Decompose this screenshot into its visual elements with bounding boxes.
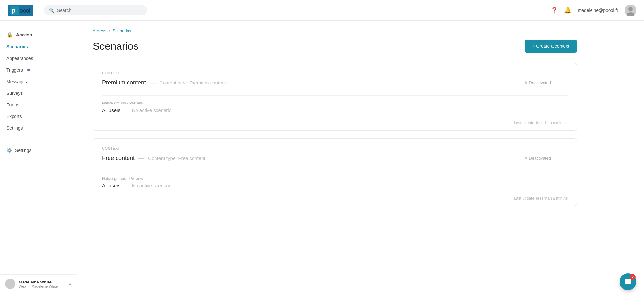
sidebar-settings-sub-label: Settings <box>6 125 23 131</box>
card-free-footer: Last update: less than a minute <box>93 194 577 206</box>
card-premium-context-label: Context <box>102 71 568 75</box>
card-free-last-update: Last update: less than a minute <box>514 196 568 201</box>
card-premium-name: Premium content <box>102 79 146 86</box>
card-premium-status-label: Deactivated <box>529 80 551 85</box>
triggers-dot <box>27 69 30 71</box>
main-content: Access > Scenarios Scenarios + Create a … <box>77 21 644 298</box>
card-premium-status: Deactivated <box>525 80 551 85</box>
card-free-title-row: Free content — Content type: Free conten… <box>102 153 568 163</box>
logo: p oool <box>8 5 33 16</box>
card-free-title-right: Deactivated ⋮ <box>525 153 568 163</box>
card-free-title-left: Free content — Content type: Free conten… <box>102 155 205 162</box>
topbar: p oool 🔍 ❓ 🔔 madeleine@poool.fr <box>0 0 644 21</box>
settings-icon: ⚙️ <box>6 148 12 153</box>
sidebar-item-settings-sub[interactable]: Settings <box>0 122 77 134</box>
sidebar-user-section[interactable]: Madeleine White Web — Madeleine White ▲ <box>0 274 77 293</box>
card-free-content: Context Free content — Content type: Fre… <box>93 138 577 206</box>
sidebar-settings-label: Settings <box>15 148 32 153</box>
sidebar-user-sub: Web — Madeleine White <box>19 284 65 288</box>
chevron-up-icon: ▲ <box>68 282 72 286</box>
sidebar: 🔒 Access Scenarios Appearances Triggers … <box>0 21 77 298</box>
deactivated-dot-2 <box>525 157 527 159</box>
notification-icon[interactable]: 🔔 <box>564 7 571 14</box>
card-premium-last-update: Last update: less than a minute <box>514 121 568 125</box>
sidebar-item-appearances[interactable]: Appearances <box>0 53 77 64</box>
card-free-group-label: Native groups - Preview <box>102 176 568 181</box>
sidebar-triggers-label: Triggers <box>6 67 23 73</box>
card-premium-group-name: All users <box>102 107 121 113</box>
card-free-group-row: Native groups - Preview All users — No a… <box>93 171 577 194</box>
card-free-group-sep: — <box>124 183 129 188</box>
layout: 🔒 Access Scenarios Appearances Triggers … <box>0 21 644 298</box>
sidebar-access-section: 🔒 Access Scenarios Appearances Triggers … <box>0 26 77 136</box>
sidebar-item-forms[interactable]: Forms <box>0 99 77 111</box>
sidebar-item-settings[interactable]: ⚙️ Settings <box>0 144 77 156</box>
card-free-group-content: All users — No active scenario <box>102 183 568 188</box>
sidebar-item-scenarios[interactable]: Scenarios <box>0 41 77 53</box>
card-premium-group-status: No active scenario <box>132 107 172 113</box>
sidebar-forms-label: Forms <box>6 102 19 107</box>
card-free-group-name: All users <box>102 183 121 188</box>
card-premium-group-sep: — <box>124 107 129 113</box>
lock-icon: 🔒 <box>6 32 13 38</box>
breadcrumb-separator: > <box>108 28 111 33</box>
sidebar-exports-label: Exports <box>6 114 22 119</box>
card-free-status-label: Deactivated <box>529 156 551 161</box>
card-free-sep: — <box>138 155 144 162</box>
sidebar-item-messages[interactable]: Messages <box>0 76 77 87</box>
card-free-name: Free content <box>102 155 135 162</box>
sidebar-item-surveys[interactable]: Surveys <box>0 87 77 99</box>
svg-point-4 <box>628 7 633 11</box>
card-free-status: Deactivated <box>525 156 551 161</box>
card-premium-sep: — <box>150 79 156 86</box>
card-premium-group-content: All users — No active scenario <box>102 107 568 113</box>
card-premium-title-right: Deactivated ⋮ <box>525 77 568 88</box>
sidebar-access-label: Access <box>16 32 32 37</box>
sidebar-access-header: 🔒 Access <box>0 28 77 41</box>
sidebar-scenarios-label: Scenarios <box>6 44 28 49</box>
sidebar-item-exports[interactable]: Exports <box>0 111 77 122</box>
card-premium-title-left: Premium content — Content type: Premium … <box>102 79 226 86</box>
card-premium-group-label: Native groups - Preview <box>102 101 568 105</box>
search-bar[interactable]: 🔍 <box>44 5 147 15</box>
sidebar-messages-label: Messages <box>6 79 27 84</box>
user-email: madeleine@poool.fr <box>578 8 618 13</box>
breadcrumb-current: Scenarios <box>113 28 131 33</box>
card-free-context-label: Context <box>102 146 568 150</box>
sidebar-user-name: Madeleine White <box>19 280 65 284</box>
card-premium-type: Content type: Premium content <box>159 80 226 85</box>
sidebar-item-triggers[interactable]: Triggers <box>0 64 77 76</box>
sidebar-avatar <box>5 279 15 289</box>
card-free-menu[interactable]: ⋮ <box>556 153 568 163</box>
breadcrumb-parent[interactable]: Access <box>93 28 106 33</box>
topbar-right: ❓ 🔔 madeleine@poool.fr <box>551 5 636 16</box>
svg-text:oool: oool <box>19 7 30 14</box>
card-free-type: Content type: Free content <box>148 155 205 161</box>
sidebar-appearances-label: Appearances <box>6 56 33 61</box>
card-premium-title-row: Premium content — Content type: Premium … <box>102 77 568 88</box>
sidebar-surveys-label: Surveys <box>6 91 23 96</box>
chat-badge: 2 <box>630 274 636 280</box>
search-input[interactable] <box>57 8 142 13</box>
card-premium-header: Context Premium content — Content type: … <box>93 63 577 95</box>
search-icon: 🔍 <box>49 8 54 13</box>
card-premium-footer: Last update: less than a minute <box>93 118 577 130</box>
deactivated-dot <box>525 81 527 84</box>
breadcrumb: Access > Scenarios <box>93 28 577 33</box>
page-title: Scenarios <box>93 40 138 52</box>
card-premium-content: Context Premium content — Content type: … <box>93 63 577 131</box>
svg-text:p: p <box>12 7 15 14</box>
card-premium-menu[interactable]: ⋮ <box>556 77 568 88</box>
logo-image: p oool <box>8 5 33 16</box>
page-header: Scenarios + Create a context <box>93 40 577 53</box>
card-free-header: Context Free content — Content type: Fre… <box>93 139 577 171</box>
chat-bubble[interactable]: 2 <box>620 273 636 290</box>
card-premium-group-row: Native groups - Preview All users — No a… <box>93 96 577 118</box>
card-free-group-status: No active scenario <box>132 183 172 188</box>
sidebar-user-info: Madeleine White Web — Madeleine White <box>19 280 65 288</box>
avatar[interactable] <box>625 5 636 16</box>
create-context-button[interactable]: + Create a context <box>525 40 577 53</box>
help-icon[interactable]: ❓ <box>551 7 558 14</box>
